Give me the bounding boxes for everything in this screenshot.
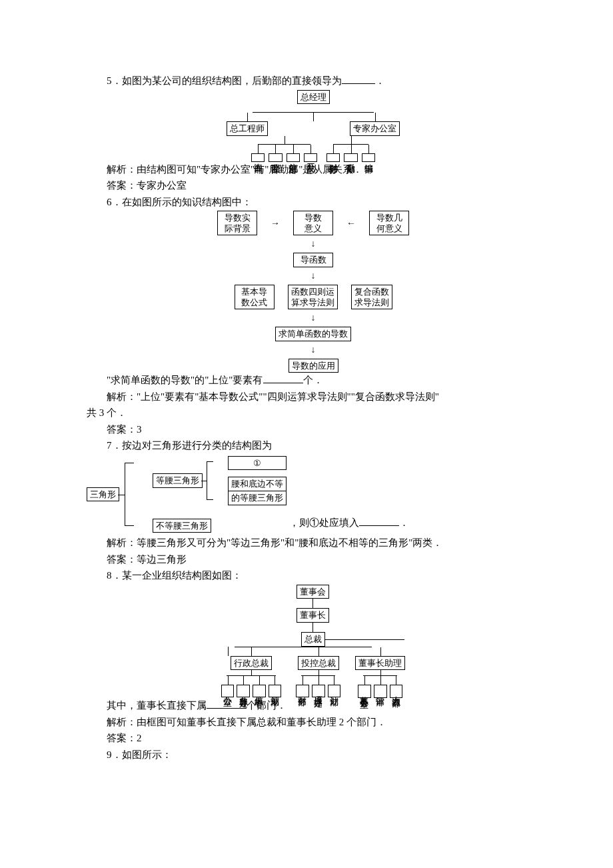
q6-question: 6．在如图所示的知识结构图中： bbox=[87, 195, 540, 210]
k6-r1c: 导数几 何意义 bbox=[369, 211, 409, 235]
q7-figure: 三角形 等腰三角形 ① 腰和底边不等 的等腰三角形 不等腰三角形 bbox=[87, 456, 287, 533]
label: 解析： bbox=[107, 717, 137, 727]
text-a: "求简单函数的导数"的"上位"要素有 bbox=[107, 375, 263, 385]
text: 由结构图可知"专家办公室"与"后勤部"是从属关系． bbox=[137, 164, 363, 175]
q6-analysis2: 共 3 个． bbox=[87, 405, 540, 421]
e8-g2-0: 财务部 bbox=[296, 685, 309, 697]
k6-r4: 求简单函数的导数 bbox=[275, 327, 351, 341]
k6-r5: 导数的应用 bbox=[289, 359, 338, 373]
arrow-down-icon: ↓ bbox=[311, 345, 316, 355]
q5-period: ． bbox=[375, 75, 385, 86]
text-b: 个部门． bbox=[247, 700, 287, 711]
q8-figure: 董事会 董事长 总裁 行政总裁 办公室 业务督导处 信息中心 策划部 投控总裁 … bbox=[221, 585, 405, 698]
label: 解析： bbox=[107, 537, 137, 548]
t7-b2: 不等腰三角形 bbox=[153, 519, 211, 533]
arrow-down-icon: ↓ bbox=[311, 271, 316, 281]
text: 专家办公室 bbox=[137, 180, 187, 191]
e8-g3-0: 董事长办公室 bbox=[358, 685, 371, 698]
org5-exp-1: 后勤部 bbox=[344, 153, 357, 162]
e8-g3-2: 人力资源部 bbox=[390, 685, 403, 698]
e8-d1: 行政总裁 bbox=[231, 656, 272, 671]
org5-exp-2: 编辑部 bbox=[362, 153, 375, 162]
label: 答案： bbox=[107, 424, 137, 435]
q6-analysis: 解析："上位"要素有"基本导数公式""四则运算求导法则""复合函数求导法则" bbox=[87, 389, 540, 405]
q8-followup: 其中，董事长直接下属个部门． bbox=[87, 698, 540, 713]
q7-question: 7．按边对三角形进行分类的结构图为 bbox=[87, 438, 540, 453]
e8-g1-0: 办公室 bbox=[221, 685, 235, 697]
t7-root: 三角形 bbox=[87, 487, 119, 502]
org5-l2a: 总工程师 bbox=[227, 121, 268, 136]
label: 答案： bbox=[107, 180, 137, 191]
q7-analysis: 解析：等腰三角形又可分为"等边三角形"和"腰和底边不相等的三角形"两类． bbox=[87, 535, 540, 551]
label: 解析： bbox=[107, 391, 137, 402]
org5-exp-0: 财务部 bbox=[326, 153, 340, 162]
k6-r3a: 基本导 数公式 bbox=[235, 285, 275, 309]
e8-d3: 董事长助理 bbox=[355, 656, 405, 671]
org5-eng-3: 开发部 bbox=[304, 153, 317, 162]
k6-r3b: 函数四则运 算求导法则 bbox=[288, 285, 338, 309]
q9-question: 9．如图所示： bbox=[87, 747, 540, 763]
e8-a: 董事会 bbox=[297, 585, 329, 599]
text-a: 其中，董事长直接下属 bbox=[107, 700, 207, 711]
org5-l2b: 专家办公室 bbox=[350, 121, 400, 136]
text-b: 个． bbox=[303, 375, 323, 385]
e8-c: 总裁 bbox=[301, 632, 325, 647]
label: 答案： bbox=[107, 733, 137, 743]
e8-b: 董事长 bbox=[297, 608, 329, 623]
q6-blank bbox=[263, 373, 303, 383]
k6-r3c: 复合函数 求导法则 bbox=[351, 285, 392, 309]
q8-answer: 答案：2 bbox=[87, 731, 540, 746]
text: 由框图可知董事长直接下属总裁和董事长助理 2 个部门． bbox=[137, 717, 386, 727]
q8-question: 8．某一企业组织结构图如图： bbox=[87, 568, 540, 583]
e8-g1-1: 业务督导处 bbox=[237, 685, 250, 697]
q7-answer: 答案：等边三角形 bbox=[87, 552, 540, 567]
text: 等腰三角形又可分为"等边三角形"和"腰和底边不相等的三角形"两类． bbox=[137, 537, 443, 548]
q8-blank bbox=[207, 698, 247, 709]
t7-c1: ① bbox=[228, 456, 287, 471]
org5-eng-1: 监理部 bbox=[269, 153, 282, 162]
q6-figure: 导数实 际背景 → 导数 意义 ← 导数几 何意义 ↓ 导函数 ↓ 基本导 数公… bbox=[217, 211, 409, 373]
arrow-icon: → bbox=[271, 216, 280, 230]
arrow-down-icon: ↓ bbox=[311, 313, 316, 323]
q7-after: ，则①处应填入 bbox=[289, 517, 359, 528]
text: 2 bbox=[137, 733, 142, 743]
e8-g1-3: 策划部 bbox=[269, 685, 282, 697]
e8-g1-2: 信息中心 bbox=[253, 685, 266, 697]
q5-analysis: 解析：由结构图可知"专家办公室"与"后勤部"是从属关系． bbox=[87, 162, 540, 177]
org5-top: 总经理 bbox=[297, 90, 330, 105]
e8-g2-2: 计划部 bbox=[328, 685, 341, 697]
label: 解析： bbox=[107, 164, 137, 175]
t7-c2a: 腰和底边不等 bbox=[228, 477, 287, 491]
k6-r1b: 导数 意义 bbox=[293, 211, 333, 235]
e8-d2: 投控总裁 bbox=[298, 656, 339, 671]
t7-c2b: 的等腰三角形 bbox=[228, 491, 287, 505]
label: 答案： bbox=[107, 554, 137, 565]
q7-blank bbox=[359, 515, 399, 526]
e8-g2-1: 项目指导处 bbox=[312, 685, 325, 697]
q5-question: 5．如图为某公司的组织结构图，后勤部的直接领导为． bbox=[87, 73, 540, 89]
arrow-icon: ← bbox=[346, 216, 356, 230]
q5-figure: 总经理 总工程师 专家办公室 咨询部 监理部 信息部 开发部 财务部 后勤部 编… bbox=[227, 90, 400, 162]
arrow-down-icon: ↓ bbox=[311, 239, 316, 249]
q8-analysis: 解析：由框图可知董事长直接下属总裁和董事长助理 2 个部门． bbox=[87, 715, 540, 730]
k6-r1a: 导数实 际背景 bbox=[217, 211, 257, 235]
org5-eng-2: 信息部 bbox=[287, 153, 300, 162]
k6-r2: 导函数 bbox=[293, 253, 333, 267]
q7-period: ． bbox=[399, 517, 409, 528]
text: 3 bbox=[137, 424, 142, 435]
q5-answer: 答案：专家办公室 bbox=[87, 178, 540, 193]
t7-b1: 等腰三角形 bbox=[153, 473, 203, 488]
org5-eng-0: 咨询部 bbox=[251, 153, 265, 162]
q5-blank bbox=[342, 73, 375, 84]
q6-followup: "求简单函数的导数"的"上位"要素有个． bbox=[87, 373, 540, 388]
q5-text: 5．如图为某公司的组织结构图，后勤部的直接领导为 bbox=[107, 75, 342, 86]
e8-g3-1: 审计部 bbox=[374, 685, 387, 698]
q6-answer: 答案：3 bbox=[87, 422, 540, 437]
q7-after-wrap: ，则①处应填入． bbox=[289, 515, 409, 533]
text: "上位"要素有"基本导数公式""四则运算求导法则""复合函数求导法则" bbox=[137, 391, 439, 402]
text: 等边三角形 bbox=[137, 554, 187, 565]
